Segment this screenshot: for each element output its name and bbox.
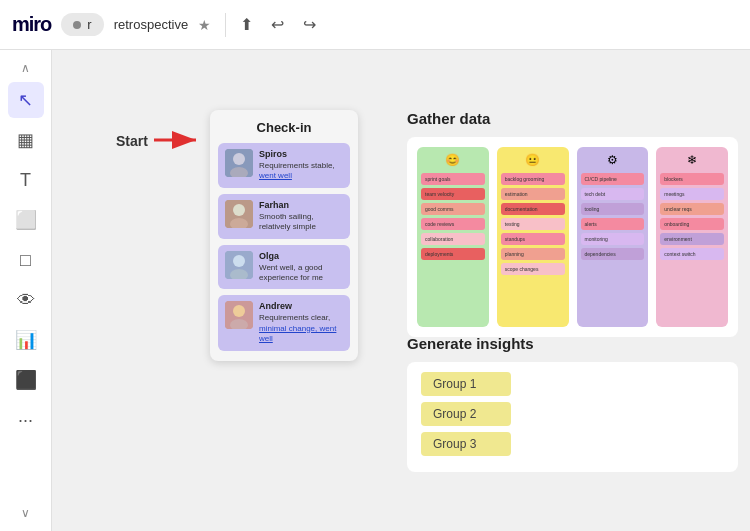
chevron-up-icon: ∧ (21, 61, 30, 75)
board-title: retrospective (114, 17, 188, 32)
sticky-9: documentation (501, 203, 565, 215)
text-icon: T (20, 170, 31, 191)
start-label: Start (116, 133, 148, 149)
card-text-andrew: Requirements clear, minimal change, went… (259, 313, 343, 344)
sticky-14: CI/CD pipeline (581, 173, 645, 185)
text-tool-button[interactable]: T (8, 162, 44, 198)
checkin-panel: Check-in Spiros Requirements stable, wen… (210, 110, 358, 361)
chart-tool-button[interactable]: 📊 (8, 322, 44, 358)
card-name-spiros: Spiros (259, 149, 343, 159)
emoji-green: 😊 (421, 153, 485, 167)
frame-icon: ⬛ (15, 369, 37, 391)
sticky-15: tech debt (581, 188, 645, 200)
main-area: ∧ ↖ ▦ T ⬜ □ 👁 📊 ⬛ ··· ∨ (0, 50, 750, 531)
upload-icon[interactable]: ⬆ (240, 15, 253, 34)
sticky-2: team velocity (421, 188, 485, 200)
checkin-title: Check-in (218, 120, 350, 135)
chevron-down-icon: ∨ (21, 506, 30, 520)
board-col-pink: ❄ blockers meetings unclear reqs onboard… (656, 147, 728, 327)
avatar-farhan (225, 200, 253, 228)
sticky-1: sprint goals (421, 173, 485, 185)
more-tools-button[interactable]: ··· (8, 402, 44, 438)
gather-board: 😊 sprint goals team velocity good comms … (407, 137, 738, 337)
left-toolbar: ∧ ↖ ▦ T ⬜ □ 👁 📊 ⬛ ··· ∨ (0, 50, 52, 531)
card-name-olga: Olga (259, 251, 343, 261)
card-content-andrew: Andrew Requirements clear, minimal chang… (259, 301, 343, 344)
tab-indicator: r (87, 17, 91, 32)
collapse-down-button[interactable]: ∨ (8, 503, 44, 523)
redo-button[interactable]: ↪ (295, 11, 323, 39)
generate-insights-title: Generate insights (407, 335, 738, 352)
insight-group-3[interactable]: Group 3 (421, 432, 511, 456)
svg-point-6 (233, 204, 245, 216)
frame-tool-button[interactable]: ⬛ (8, 362, 44, 398)
sticky-4: code reviews (421, 218, 485, 230)
tab-dot (73, 21, 81, 29)
board-col-yellow: 😐 backlog grooming estimation documentat… (497, 147, 569, 327)
undo-redo-group: ↩ ↪ (263, 11, 323, 39)
sticky-20: blockers (660, 173, 724, 185)
svg-point-3 (233, 153, 245, 165)
emoji-purple: ⚙ (581, 153, 645, 167)
card-content-spiros: Spiros Requirements stable, went well (259, 149, 343, 182)
checkin-card-andrew: Andrew Requirements clear, minimal chang… (218, 295, 350, 350)
insight-group-1[interactable]: Group 1 (421, 372, 511, 396)
undo-button[interactable]: ↩ (263, 11, 291, 39)
avatar-olga (225, 251, 253, 279)
sticky-22: unclear reqs (660, 203, 724, 215)
eye-icon: 👁 (17, 290, 35, 311)
shape-tool-button[interactable]: □ (8, 242, 44, 278)
tab-pill[interactable]: r (61, 13, 103, 36)
sticky-19: dependencies (581, 248, 645, 260)
sticky-25: context switch (660, 248, 724, 260)
svg-point-9 (233, 255, 245, 267)
card-text-spiros: Requirements stable, went well (259, 161, 343, 182)
divider (225, 13, 226, 37)
shape-icon: □ (20, 250, 31, 271)
cursor-icon: ↖ (18, 89, 33, 111)
generate-insights-section: Generate insights Group 1 Group 2 Group … (407, 335, 738, 472)
card-name-farhan: Farhan (259, 200, 343, 210)
cursor-tool-button[interactable]: ↖ (8, 82, 44, 118)
gather-data-title: Gather data (407, 110, 738, 127)
topbar: miro r retrospective ★ ⬆ ↩ ↪ (0, 0, 750, 50)
svg-point-12 (233, 305, 245, 317)
sticky-12: planning (501, 248, 565, 260)
sticky-10: testing (501, 218, 565, 230)
card-content-farhan: Farhan Smooth sailing, relatively simple (259, 200, 343, 233)
gather-data-section: Gather data 😊 sprint goals team velocity… (407, 110, 738, 337)
sticky-icon: ⬜ (15, 209, 37, 231)
board-col-purple: ⚙ CI/CD pipeline tech debt tooling alert… (577, 147, 649, 327)
sticky-5: collaboration (421, 233, 485, 245)
avatar-andrew (225, 301, 253, 329)
emoji-pink: ❄ (660, 153, 724, 167)
emoji-yellow: 😐 (501, 153, 565, 167)
sticky-8: estimation (501, 188, 565, 200)
miro-logo: miro (12, 13, 51, 36)
sticky-16: tooling (581, 203, 645, 215)
chart-icon: 📊 (15, 329, 37, 351)
sticky-17: alerts (581, 218, 645, 230)
card-name-andrew: Andrew (259, 301, 343, 311)
sticky-24: environment (660, 233, 724, 245)
sticky-23: onboarding (660, 218, 724, 230)
start-arrow (152, 126, 202, 154)
sticky-3: good comms (421, 203, 485, 215)
insight-group-2[interactable]: Group 2 (421, 402, 511, 426)
sticky-18: monitoring (581, 233, 645, 245)
card-text-farhan: Smooth sailing, relatively simple (259, 212, 343, 233)
canvas: Start Check-in (52, 50, 750, 531)
collapse-up-button[interactable]: ∧ (8, 58, 44, 78)
checkin-card-spiros: Spiros Requirements stable, went well (218, 143, 350, 188)
avatar-spiros (225, 149, 253, 177)
sticky-11: standups (501, 233, 565, 245)
eye-tool-button[interactable]: 👁 (8, 282, 44, 318)
table-icon: ▦ (17, 129, 34, 151)
sticky-tool-button[interactable]: ⬜ (8, 202, 44, 238)
sticky-21: meetings (660, 188, 724, 200)
sticky-13: scope changes (501, 263, 565, 275)
more-icon: ··· (18, 410, 33, 431)
star-icon[interactable]: ★ (198, 17, 211, 33)
table-tool-button[interactable]: ▦ (8, 122, 44, 158)
card-text-olga: Went well, a good experience for me (259, 263, 343, 284)
